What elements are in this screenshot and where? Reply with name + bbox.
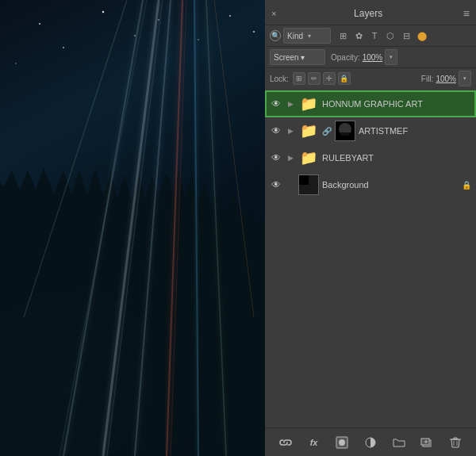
layers-list: 👁 ▶ 📁 HONNUM GRAPHIC ART 👁 ▶ 📁 🔗 [265, 89, 476, 260]
svg-point-13 [39, 23, 40, 25]
light-beams-svg [0, 0, 265, 456]
eye-icon: 👁 [271, 179, 281, 190]
blend-mode-label: Screen [274, 53, 299, 62]
layer-name: HONNUM GRAPHIC ART [322, 99, 471, 109]
layer-mask-thumbnail [335, 121, 355, 141]
layer-expand-arrow[interactable]: ▶ [286, 126, 295, 136]
eye-icon: 👁 [271, 98, 281, 109]
filter-adjustment-icon[interactable]: ✿ [352, 29, 365, 42]
layer-lock-icon: 🔒 [462, 181, 471, 190]
panel-topbar: × Layers ≡ [265, 0, 476, 25]
svg-point-20 [253, 31, 255, 33]
svg-point-17 [134, 35, 136, 36]
filter-smartobj-icon[interactable]: ⊟ [400, 29, 413, 42]
lock-all-btn[interactable]: 🔒 [338, 72, 351, 85]
background-artwork [0, 0, 265, 456]
filter-type-icon[interactable]: T [368, 29, 381, 42]
fill-value[interactable]: 100% [436, 75, 456, 83]
svg-point-14 [102, 11, 104, 13]
layer-name: RULEBYART [322, 153, 471, 163]
filter-icons: ⊞ ✿ T ⬡ ⊟ ⬤ [336, 29, 428, 42]
opacity-dropdown-arrow[interactable]: ▾ [385, 49, 397, 65]
svg-point-15 [158, 19, 159, 21]
svg-point-21 [15, 63, 17, 64]
eye-icon: 👁 [271, 152, 281, 163]
filter-color-icon[interactable]: ⬤ [416, 29, 428, 42]
svg-point-19 [198, 39, 199, 40]
panel-title: Layers [354, 8, 382, 19]
folder-icon: 📁 [300, 149, 317, 167]
blend-mode-arrow: ▾ [301, 53, 321, 62]
opacity-label: Opacity: [331, 53, 360, 62]
link-layers-button[interactable] [277, 434, 294, 451]
bottom-toolbar: fx [265, 427, 476, 456]
layer-expand-arrow[interactable]: ▶ [286, 153, 295, 163]
blend-opacity-row: Screen ▾ Opacity: 100% ▾ [265, 46, 476, 67]
svg-point-16 [63, 47, 64, 48]
fx-label: fx [310, 438, 318, 447]
layer-visibility-toggle[interactable]: 👁 [270, 151, 282, 164]
layer-thumbnail-background [298, 174, 319, 195]
lock-transparent-btn[interactable]: ⊞ [293, 72, 305, 85]
layer-name: Background [322, 180, 459, 190]
svg-rect-25 [299, 175, 309, 185]
fill-dropdown-arrow[interactable]: ▾ [459, 71, 471, 86]
new-layer-button[interactable] [418, 434, 436, 451]
layer-folder-thumbnail: 📁 [298, 94, 319, 114]
layer-expand-arrow[interactable]: ▶ [286, 99, 295, 109]
lock-icons-group: ⊞ ✏ ✛ 🔒 [293, 72, 351, 85]
filter-shape-icon[interactable]: ⬡ [384, 29, 397, 42]
lock-fill-row: Lock: ⊞ ✏ ✛ 🔒 Fill: 100% ▾ [265, 67, 476, 89]
svg-point-18 [229, 15, 231, 17]
panel-close-icon[interactable]: × [271, 9, 276, 18]
filter-kind-label: Kind [287, 32, 306, 40]
blend-mode-dropdown[interactable]: Screen ▾ [270, 49, 325, 65]
layer-item[interactable]: 👁 ▶ 📁 🔗 ARTISTMEF [265, 117, 476, 144]
layer-folder-thumbnail: 📁 [298, 148, 319, 168]
link-icon: 🔗 [322, 127, 332, 136]
new-group-button[interactable] [390, 434, 408, 451]
lock-position-btn[interactable]: ✛ [323, 72, 336, 85]
svg-point-27 [339, 439, 345, 446]
layer-item[interactable]: 👁 Background 🔒 [265, 171, 476, 198]
layer-item[interactable]: 👁 ▶ 📁 HONNUM GRAPHIC ART [265, 90, 476, 117]
layers-panel: × Layers ≡ 🔍 Kind ▾ ⊞ ✿ T ⬡ ⊟ ⬤ Screen ▾… [265, 0, 476, 456]
layer-visibility-toggle[interactable]: 👁 [270, 178, 282, 191]
fill-label: Fill: [421, 75, 434, 83]
layer-visibility-toggle[interactable]: 👁 [270, 125, 282, 137]
filter-dropdown-arrow: ▾ [308, 33, 327, 40]
eye-icon: 👁 [271, 125, 281, 136]
layer-expand-placeholder [286, 180, 295, 190]
add-mask-button[interactable] [333, 434, 351, 451]
filter-toolbar-row: 🔍 Kind ▾ ⊞ ✿ T ⬡ ⊟ ⬤ [265, 25, 476, 46]
layer-visibility-toggle[interactable]: 👁 [270, 98, 282, 110]
panel-menu-icon[interactable]: ≡ [463, 7, 470, 20]
filter-kind-dropdown[interactable]: Kind ▾ [283, 28, 331, 44]
layer-name: ARTISTMEF [359, 126, 471, 136]
folder-icon: 📁 [300, 122, 317, 140]
layers-empty-area [265, 260, 476, 428]
new-fill-adjustment-button[interactable] [362, 434, 379, 451]
opacity-value[interactable]: 100% [363, 53, 383, 62]
delete-layer-button[interactable] [447, 434, 464, 451]
layer-item[interactable]: 👁 ▶ 📁 RULEBYART [265, 144, 476, 171]
lock-image-btn[interactable]: ✏ [308, 72, 321, 85]
add-layer-style-button[interactable]: fx [305, 434, 323, 451]
lock-label: Lock: [270, 75, 289, 83]
filter-pixel-icon[interactable]: ⊞ [336, 29, 349, 42]
layer-folder-thumbnail: 📁 [298, 121, 319, 141]
search-icon: 🔍 [270, 30, 281, 41]
folder-icon: 📁 [300, 95, 317, 113]
